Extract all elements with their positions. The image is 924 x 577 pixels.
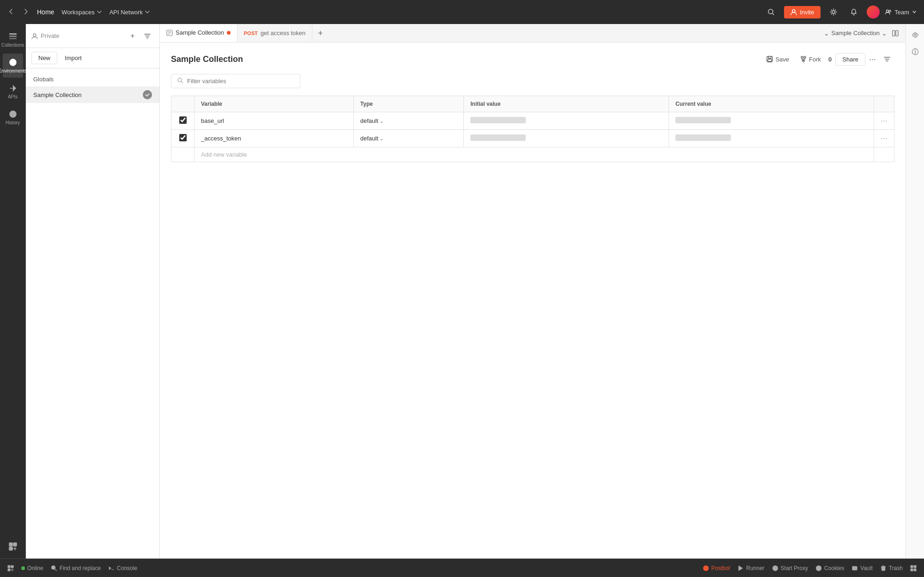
import-button[interactable]: Import xyxy=(61,52,85,64)
row1-checkbox[interactable] xyxy=(179,116,187,124)
forward-button[interactable] xyxy=(22,8,30,17)
row1-initial-value[interactable] xyxy=(464,112,669,130)
row1-current-value[interactable] xyxy=(669,112,874,130)
row2-type-select[interactable]: default ⌄ xyxy=(360,135,457,142)
collections-panel: Private + New Import Globals Sample Coll… xyxy=(26,24,160,559)
share-button[interactable]: Share xyxy=(835,53,865,66)
person-icon xyxy=(31,33,38,39)
sort-button[interactable] xyxy=(880,52,894,67)
vault-button[interactable]: Vault xyxy=(851,565,872,571)
layout-toggle[interactable] xyxy=(7,565,14,571)
api-network-dropdown[interactable]: API Network xyxy=(109,9,150,16)
tab-post-request[interactable]: POST get access token xyxy=(237,24,313,42)
row2-variable[interactable]: _access_token xyxy=(195,130,354,147)
collection-check-icon xyxy=(143,90,152,99)
svg-point-15 xyxy=(33,34,36,36)
svg-rect-44 xyxy=(911,569,913,571)
invite-button[interactable]: Invite xyxy=(784,6,821,18)
new-env-button[interactable]: + xyxy=(126,30,139,43)
start-proxy-button[interactable]: Start Proxy xyxy=(772,565,808,571)
find-replace-button[interactable]: Find and replace xyxy=(51,565,101,571)
postbot-button[interactable]: Postbot xyxy=(703,565,730,571)
sidebar-item-label: Environments xyxy=(0,68,27,73)
trash-button[interactable]: Trash xyxy=(880,565,903,571)
svg-point-3 xyxy=(887,10,889,12)
sidebar-item-apis[interactable]: APIs xyxy=(3,79,23,103)
proxy-icon xyxy=(772,565,778,571)
row2-current-value[interactable] xyxy=(669,130,874,147)
new-button[interactable]: New xyxy=(31,52,57,64)
svg-point-38 xyxy=(819,569,820,570)
avatar[interactable] xyxy=(867,6,880,18)
find-replace-icon xyxy=(51,565,57,571)
sidebar-item-environments[interactable]: Environments xyxy=(3,54,23,78)
filter-button[interactable] xyxy=(141,30,154,43)
tab-collection-chevron[interactable]: ⌄ xyxy=(881,30,887,37)
row2-more-button[interactable]: ··· xyxy=(881,134,888,143)
tab-sample-collection[interactable]: Sample Collection xyxy=(160,24,237,42)
filter-input-wrap xyxy=(171,74,300,88)
more-options-button[interactable]: ··· xyxy=(869,55,876,64)
bootcamp-button[interactable] xyxy=(910,565,917,571)
row2-initial-value[interactable] xyxy=(464,130,669,147)
method-label: POST xyxy=(244,30,258,36)
team-dropdown[interactable]: Team xyxy=(885,9,917,16)
env-title-bar: Sample Collection Save Fork 0 Share ··· xyxy=(171,52,894,67)
svg-rect-7 xyxy=(9,38,17,39)
notifications-button[interactable] xyxy=(846,5,861,19)
private-label: Private xyxy=(41,32,59,39)
tab-bar: Sample Collection POST get access token … xyxy=(160,24,906,43)
info-button[interactable] xyxy=(908,44,923,59)
add-tab-button[interactable]: + xyxy=(312,29,328,37)
svg-rect-31 xyxy=(11,565,13,568)
nav-left: Home Workspaces API Network xyxy=(7,8,150,17)
cookies-button[interactable]: Cookies xyxy=(815,565,844,571)
svg-point-36 xyxy=(816,565,821,571)
svg-point-37 xyxy=(817,567,818,568)
variables-table: Variable Type Initial value Current valu… xyxy=(171,96,894,162)
svg-rect-5 xyxy=(9,33,17,35)
row1-type-select[interactable]: default ⌄ xyxy=(360,117,457,124)
col-check xyxy=(171,96,195,112)
svg-rect-23 xyxy=(768,59,772,61)
fork-count: 0 xyxy=(828,56,832,63)
bottom-bar: Online Find and replace Console Postbot … xyxy=(0,559,924,577)
right-panel xyxy=(906,24,924,559)
col-type: Type xyxy=(353,96,463,112)
sidebar-item-collections[interactable]: Collections xyxy=(3,28,23,52)
env-actions: Save Fork 0 Share ··· xyxy=(763,52,894,67)
console-button[interactable]: Console xyxy=(108,565,137,571)
globals-item[interactable]: Globals xyxy=(26,72,159,86)
back-button[interactable] xyxy=(7,8,15,17)
search-button[interactable] xyxy=(764,5,778,19)
svg-rect-43 xyxy=(914,565,916,568)
row1-more-button[interactable]: ··· xyxy=(881,116,888,125)
workspaces-dropdown[interactable]: Workspaces xyxy=(61,9,102,16)
svg-point-27 xyxy=(178,78,182,82)
sidebar-item-extensions[interactable] xyxy=(3,534,23,559)
svg-rect-6 xyxy=(9,36,17,37)
col-initial: Initial value xyxy=(464,96,669,112)
panel-list: Globals Sample Collection xyxy=(26,68,159,559)
runner-button[interactable]: Runner xyxy=(737,565,764,571)
filter-search-icon xyxy=(177,77,183,85)
settings-button[interactable] xyxy=(826,5,841,19)
row2-checkbox[interactable] xyxy=(179,134,187,141)
svg-rect-32 xyxy=(8,569,10,571)
fork-button[interactable]: Fork xyxy=(796,54,825,65)
online-status: Online xyxy=(21,565,43,571)
nav-right: Invite Team xyxy=(764,5,917,19)
row1-variable[interactable]: base_url xyxy=(195,112,354,130)
vault-icon xyxy=(851,565,858,571)
customize-columns-button[interactable] xyxy=(889,27,902,40)
save-button[interactable]: Save xyxy=(763,54,793,65)
environment-quick-look-button[interactable] xyxy=(908,28,923,43)
postbot-icon xyxy=(703,565,709,571)
home-link[interactable]: Home xyxy=(37,8,54,16)
filter-variables-input[interactable] xyxy=(187,78,294,85)
add-variable-row[interactable]: Add new variable xyxy=(171,147,894,162)
sample-collection-item[interactable]: Sample Collection xyxy=(26,86,159,103)
tab-unsaved-dot xyxy=(227,31,231,35)
sidebar-item-history[interactable]: History xyxy=(3,105,23,129)
tab-overflow-chevron[interactable]: ⌄ xyxy=(824,30,829,37)
